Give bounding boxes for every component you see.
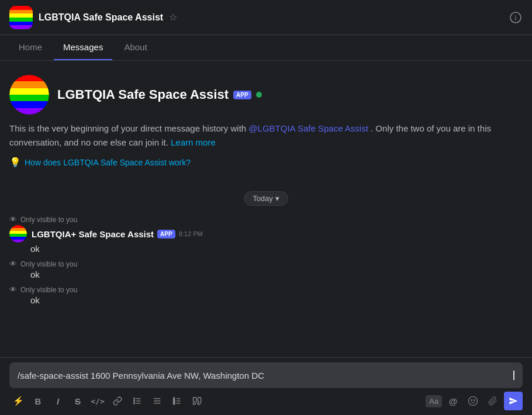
tab-home[interactable]: Home xyxy=(9,35,51,60)
svg-text:i: i xyxy=(515,14,517,22)
tip-text[interactable]: How does LGBTQIA Safe Space Assist work? xyxy=(25,158,191,167)
message-input[interactable]: /safe-space-assist 1600 Pennsylvania Ave… xyxy=(18,371,513,381)
quote-button[interactable] xyxy=(188,392,206,410)
bot-avatar xyxy=(9,75,49,115)
message-text-2: ok xyxy=(9,269,523,279)
svg-point-18 xyxy=(471,400,472,401)
online-indicator xyxy=(256,92,262,98)
header: LGBTQIA Safe Space Assist ☆ i xyxy=(0,0,532,35)
learn-more-link[interactable]: Learn more xyxy=(171,137,216,147)
tip-icon: 💡 xyxy=(9,157,21,168)
app-logo xyxy=(9,6,33,29)
eye-icon-3: 👁 xyxy=(9,285,17,294)
bot-name-col: LGBTQIA Safe Space Assist APP xyxy=(57,87,262,102)
header-left: LGBTQIA Safe Space Assist ☆ xyxy=(9,6,177,29)
sender-avatar xyxy=(9,225,27,243)
bot-name: LGBTQIA Safe Space Assist xyxy=(57,87,229,102)
tip-row[interactable]: 💡 How does LGBTQIA Safe Space Assist wor… xyxy=(9,157,523,168)
svg-point-19 xyxy=(474,400,475,401)
visibility-row-1: 👁 Only visible to you xyxy=(9,215,523,224)
svg-point-5 xyxy=(134,398,135,399)
bold-button[interactable]: B xyxy=(29,392,47,410)
attach-button[interactable] xyxy=(484,392,502,410)
bot-app-badge: APP xyxy=(233,91,251,99)
sender-name-row: LGBTQIA+ Safe Space Assist APP 8:12 PM xyxy=(32,229,203,239)
visibility-text-1: Only visible to you xyxy=(20,216,77,224)
info-icon[interactable]: i xyxy=(509,11,523,25)
header-title: LGBTQIA Safe Space Assist xyxy=(39,12,163,23)
date-divider: Today ▾ xyxy=(9,191,523,206)
chat-area: LGBTQIA Safe Space Assist APP This is th… xyxy=(0,61,532,357)
visibility-row-2: 👁 Only visible to you xyxy=(9,260,523,268)
svg-point-7 xyxy=(134,403,135,404)
link-button[interactable] xyxy=(109,392,126,410)
bot-name-row: LGBTQIA Safe Space Assist APP xyxy=(57,87,262,102)
message-text-1: ok xyxy=(9,244,523,254)
svg-text:3: 3 xyxy=(173,402,175,405)
emoji-button[interactable] xyxy=(464,392,482,410)
svg-point-17 xyxy=(469,397,478,406)
sender-app-badge: APP xyxy=(157,230,175,238)
message-input-box[interactable]: /safe-space-assist 1600 Pennsylvania Ave… xyxy=(9,362,523,388)
strikethrough-button[interactable]: S xyxy=(69,392,87,410)
table-row: 👁 Only visible to you LGBTQIA+ Safe Spac… xyxy=(9,215,523,254)
text-cursor xyxy=(513,371,514,380)
table-row: 👁 Only visible to you ok xyxy=(9,260,523,279)
bot-header: LGBTQIA Safe Space Assist APP xyxy=(9,75,523,115)
code-button[interactable]: </> xyxy=(89,392,106,410)
tab-messages[interactable]: Messages xyxy=(54,35,112,60)
mention-button[interactable]: @ xyxy=(444,392,462,410)
unordered-list-button[interactable] xyxy=(148,392,166,410)
tab-about[interactable]: About xyxy=(115,35,156,60)
star-icon[interactable]: ☆ xyxy=(169,12,177,23)
bullet-list-button[interactable] xyxy=(129,392,146,410)
visibility-text-3: Only visible to you xyxy=(20,286,77,294)
lightning-button[interactable]: ⚡ xyxy=(9,392,27,410)
message-timestamp: 8:12 PM xyxy=(179,230,203,237)
toolbar-right: Aa @ xyxy=(426,392,523,410)
ordered-list-button[interactable]: 1 2 3 xyxy=(168,392,186,410)
visibility-text-2: Only visible to you xyxy=(20,260,77,268)
svg-point-6 xyxy=(134,400,135,402)
italic-button[interactable]: I xyxy=(49,392,67,410)
message-group: 👁 Only visible to you LGBTQIA+ Safe Spac… xyxy=(9,215,523,305)
intro-text: This is the very beginning of your direc… xyxy=(9,122,523,150)
toolbar: ⚡ B I S </> 1 2 3 xyxy=(9,388,523,410)
eye-icon-2: 👁 xyxy=(9,260,17,268)
send-button[interactable] xyxy=(504,392,523,410)
tab-bar: Home Messages About xyxy=(0,35,532,61)
bot-intro: LGBTQIA Safe Space Assist APP This is th… xyxy=(9,75,523,168)
visibility-row-3: 👁 Only visible to you xyxy=(9,285,523,294)
sender-row: LGBTQIA+ Safe Space Assist APP 8:12 PM xyxy=(9,225,523,243)
message-text-3: ok xyxy=(9,295,523,305)
input-area: /safe-space-assist 1600 Pennsylvania Ave… xyxy=(0,357,532,415)
table-row: 👁 Only visible to you ok xyxy=(9,285,523,305)
eye-icon-1: 👁 xyxy=(9,215,17,224)
sender-name: LGBTQIA+ Safe Space Assist xyxy=(32,229,154,239)
bot-mention[interactable]: @LGBTQIA Safe Space Assist xyxy=(248,123,368,133)
date-chip[interactable]: Today ▾ xyxy=(244,191,288,206)
font-size-button[interactable]: Aa xyxy=(426,395,442,407)
